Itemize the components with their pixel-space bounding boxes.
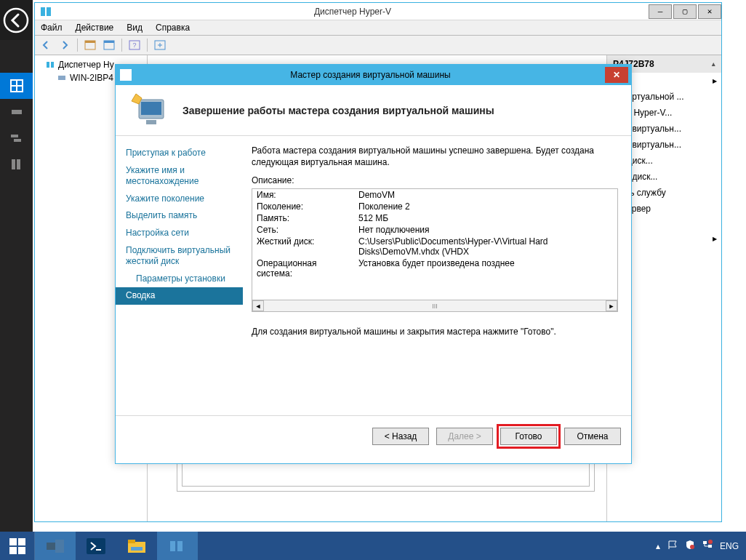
dashboard-icon[interactable] <box>0 73 33 99</box>
wizard-header-text: Завершение работы мастера создания вирту… <box>183 105 494 116</box>
nav-forward-icon[interactable] <box>57 37 73 53</box>
menu-action[interactable]: Действие <box>76 23 114 33</box>
svg-rect-32 <box>55 540 64 553</box>
svg-rect-5 <box>17 87 22 91</box>
wizard-desc-label: Описание: <box>252 175 618 185</box>
menu-help[interactable]: Справка <box>156 23 190 33</box>
svg-rect-8 <box>14 139 21 142</box>
svg-rect-24 <box>141 102 161 115</box>
tray-shield-icon[interactable] <box>685 540 695 552</box>
wizard-step[interactable]: Настройка сети <box>116 225 243 242</box>
tray-expand-icon[interactable]: ▴ <box>656 541 660 551</box>
svg-rect-35 <box>128 540 135 543</box>
wizard-step[interactable]: Укажите поколение <box>116 191 243 208</box>
svg-point-42 <box>708 540 713 544</box>
toolbar-icon-3[interactable]: ? <box>127 37 143 53</box>
svg-rect-41 <box>708 545 712 548</box>
toolbar-icon-2[interactable] <box>101 37 117 53</box>
taskbar-powershell[interactable] <box>76 532 116 560</box>
wizard-banner: Завершение работы мастера создания вирту… <box>116 85 631 136</box>
minimize-button[interactable]: — <box>649 4 672 19</box>
taskbar: ▴ ENG <box>0 532 746 560</box>
svg-rect-27 <box>9 538 17 545</box>
server-manager-sidebar <box>0 0 33 532</box>
maximize-button[interactable]: ▢ <box>673 4 697 19</box>
wizard-step[interactable]: Укажите имя и местонахождение <box>116 162 243 191</box>
all-servers-icon[interactable] <box>0 125 33 151</box>
tree-root-label: Диспетчер Hy <box>58 60 114 70</box>
finish-button[interactable]: Готово <box>500 428 557 445</box>
cancel-button[interactable]: Отмена <box>564 428 621 445</box>
svg-rect-38 <box>177 541 183 551</box>
svg-rect-2 <box>12 81 16 85</box>
svg-rect-7 <box>11 135 18 137</box>
nav-back-icon[interactable] <box>38 37 54 53</box>
menu-view[interactable]: Вид <box>127 23 143 33</box>
wizard-titlebar[interactable]: Мастер создания виртуальной машины ✕ <box>116 65 631 85</box>
back-button[interactable]: < Назад <box>372 428 429 445</box>
svg-rect-21 <box>51 62 54 68</box>
svg-rect-29 <box>9 547 17 554</box>
wizard-close-button[interactable]: ✕ <box>605 67 628 83</box>
hyperv-toolbar: ? <box>35 35 721 55</box>
svg-rect-40 <box>703 541 707 544</box>
local-server-icon[interactable] <box>0 99 33 125</box>
summary-row: Поколение:Поколение 2 <box>252 201 617 212</box>
scroll-right-icon[interactable]: ► <box>606 300 617 311</box>
hyperv-menubar: Файл Действие Вид Справка <box>35 20 721 35</box>
svg-rect-22 <box>58 76 65 80</box>
scroll-left-icon[interactable]: ◄ <box>252 300 264 311</box>
system-tray: ▴ ENG <box>656 540 746 552</box>
toolbar-icon-4[interactable] <box>152 37 168 53</box>
hyperv-title: Диспетчер Hyper-V <box>58 7 647 17</box>
svg-rect-28 <box>18 538 25 545</box>
svg-rect-4 <box>12 87 16 91</box>
wizard-nav: Приступая к работе Укажите имя и местона… <box>116 136 243 415</box>
hyperv-titlebar: Диспетчер Hyper-V — ▢ ✕ <box>35 3 721 20</box>
menu-file[interactable]: Файл <box>41 23 63 33</box>
svg-rect-14 <box>85 41 95 43</box>
wizard-step[interactable]: Подключить виртуальный жесткий диск <box>116 242 243 271</box>
collapse-icon[interactable]: ▴ <box>712 60 715 68</box>
wizard-summary-box: Имя:DemoVM Поколение:Поколение 2 Память:… <box>252 188 618 312</box>
svg-rect-10 <box>17 159 20 169</box>
wizard-title: Мастер создания виртуальной машины <box>136 70 605 80</box>
wizard-step-active[interactable]: Сводка <box>116 287 243 305</box>
scroll-track[interactable]: III <box>264 300 606 311</box>
summary-row: Жесткий диск:C:\Users\Public\Documents\H… <box>252 236 617 257</box>
wizard-step[interactable]: Выделить память <box>116 207 243 225</box>
svg-point-0 <box>4 9 28 32</box>
svg-text:?: ? <box>132 41 136 49</box>
toolbar-icon-1[interactable] <box>82 37 98 53</box>
role-icon[interactable] <box>0 151 33 177</box>
svg-rect-9 <box>12 159 15 169</box>
tray-network-icon[interactable] <box>702 540 713 552</box>
taskbar-server-manager[interactable] <box>35 532 76 560</box>
wizard-step[interactable]: Параметры установки <box>116 271 243 288</box>
summary-row: Операционная система:Установка будет про… <box>252 257 617 279</box>
taskbar-explorer[interactable] <box>116 532 157 560</box>
tray-flag-icon[interactable] <box>667 540 678 552</box>
horizontal-scrollbar[interactable]: ◄ III ► <box>252 300 617 311</box>
svg-rect-20 <box>47 62 49 68</box>
close-button[interactable]: ✕ <box>698 4 721 19</box>
next-button: Далее > <box>436 428 493 445</box>
start-button[interactable] <box>0 532 35 560</box>
wizard-footer: < Назад Далее > Готово Отмена <box>116 415 631 456</box>
wizard-content: Работа мастера создания виртуальной маши… <box>243 136 631 415</box>
tree-server-label: WIN-2IBP4 <box>70 73 113 83</box>
hyperv-app-icon <box>39 4 54 19</box>
back-button[interactable] <box>0 0 33 40</box>
svg-rect-6 <box>12 110 22 114</box>
wizard-intro: Работа мастера создания виртуальной маши… <box>252 145 618 168</box>
summary-row: Имя:DemoVM <box>252 189 617 201</box>
wizard-banner-icon <box>129 91 172 130</box>
svg-rect-30 <box>18 547 25 554</box>
svg-point-39 <box>690 545 694 549</box>
svg-rect-36 <box>131 547 143 551</box>
taskbar-hyperv[interactable] <box>157 532 198 560</box>
tray-language[interactable]: ENG <box>720 541 739 551</box>
wizard-step[interactable]: Приступая к работе <box>116 145 243 162</box>
new-vm-wizard: Мастер создания виртуальной машины ✕ Зав… <box>115 64 632 464</box>
svg-rect-12 <box>47 7 51 16</box>
